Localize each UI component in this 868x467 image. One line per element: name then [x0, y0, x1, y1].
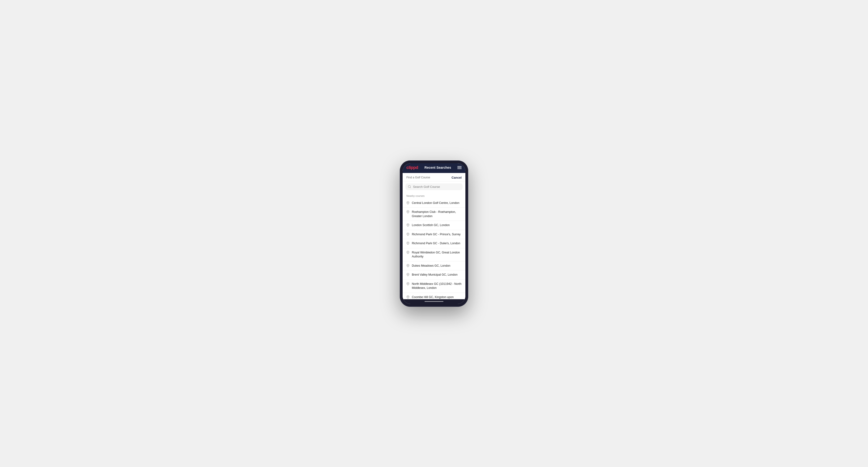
svg-line-1 — [410, 187, 411, 188]
menu-icon[interactable] — [457, 166, 462, 169]
home-indicator — [403, 299, 465, 304]
course-list-item[interactable]: Royal Wimbledon GC, Great London Authori… — [403, 248, 465, 261]
course-list-item[interactable]: North Middlesex GC (1011942 - North Midd… — [403, 280, 465, 293]
search-input[interactable] — [413, 185, 460, 189]
pin-icon — [406, 201, 409, 205]
svg-point-5 — [408, 234, 408, 234]
pin-icon — [406, 210, 409, 213]
course-name: Richmond Park GC - Prince's, Surrey — [412, 232, 461, 237]
course-list: Central London Golf Centre, London Roeha… — [403, 199, 465, 299]
pin-icon — [406, 264, 409, 267]
header-title: Recent Searches — [425, 166, 451, 169]
pin-icon — [406, 295, 409, 299]
course-list-item[interactable]: Central London Golf Centre, London — [403, 199, 465, 208]
svg-point-3 — [408, 211, 408, 212]
course-list-item[interactable]: Richmond Park GC - Prince's, Surrey — [403, 230, 465, 239]
phone-frame: clippd Recent Searches Find a Golf Cours… — [400, 160, 468, 307]
course-list-item[interactable]: Dukes Meadows GC, London — [403, 261, 465, 271]
svg-point-11 — [408, 296, 408, 297]
phone-screen: clippd Recent Searches Find a Golf Cours… — [403, 163, 465, 304]
course-list-item[interactable]: Brent Valley Municipal GC, London — [403, 271, 465, 280]
course-list-item[interactable]: London Scottish GC, London — [403, 221, 465, 230]
course-name: Brent Valley Municipal GC, London — [412, 273, 458, 277]
course-list-item[interactable]: Richmond Park GC - Duke's, London — [403, 239, 465, 248]
hamburger-line-3 — [457, 168, 462, 169]
find-header: Find a Golf Course Cancel — [403, 173, 465, 182]
svg-point-7 — [408, 252, 408, 252]
pin-icon — [406, 242, 409, 245]
svg-point-2 — [408, 202, 408, 203]
svg-point-6 — [408, 243, 408, 243]
svg-point-9 — [408, 274, 408, 275]
app-logo: clippd — [406, 165, 418, 170]
pin-icon — [406, 282, 409, 285]
content-area: Find a Golf Course Cancel Nearby courses — [403, 173, 465, 299]
pin-icon — [406, 251, 409, 254]
app-header: clippd Recent Searches — [403, 163, 465, 173]
course-list-item[interactable]: Coombe Hill GC, Kingston upon Thames — [403, 293, 465, 299]
search-container — [403, 182, 465, 192]
course-name: London Scottish GC, London — [412, 223, 450, 227]
find-label: Find a Golf Course — [406, 176, 430, 179]
svg-point-8 — [408, 265, 408, 266]
nearby-section-label: Nearby courses — [403, 192, 465, 199]
search-icon — [408, 185, 411, 188]
course-name: Central London Golf Centre, London — [412, 201, 460, 205]
search-box — [405, 183, 463, 190]
hamburger-line-2 — [457, 167, 462, 168]
cancel-button[interactable]: Cancel — [452, 176, 462, 179]
course-name: Roehampton Club - Roehampton, Greater Lo… — [412, 210, 462, 218]
course-name: Dukes Meadows GC, London — [412, 264, 450, 268]
hamburger-line-1 — [457, 166, 462, 166]
pin-icon — [406, 233, 409, 236]
course-list-item[interactable]: Roehampton Club - Roehampton, Greater Lo… — [403, 208, 465, 221]
course-name: Coombe Hill GC, Kingston upon Thames — [412, 295, 462, 299]
svg-point-10 — [408, 283, 408, 284]
course-name: Royal Wimbledon GC, Great London Authori… — [412, 251, 462, 259]
home-bar — [425, 301, 443, 302]
course-name: North Middlesex GC (1011942 - North Midd… — [412, 282, 462, 290]
svg-point-4 — [408, 224, 408, 225]
course-name: Richmond Park GC - Duke's, London — [412, 241, 460, 246]
pin-icon — [406, 223, 409, 226]
pin-icon — [406, 273, 409, 276]
